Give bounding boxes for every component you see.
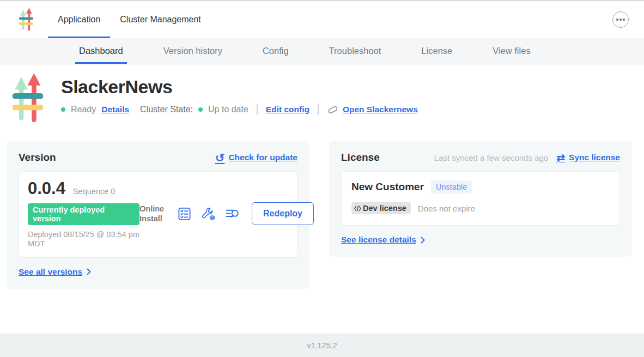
see-all-versions-label: See all versions [19,267,82,277]
current-version-panel: 0.0.4 Sequence 0 Currently deployed vers… [19,171,297,258]
top-nav: Application Cluster Management [0,0,644,38]
tab-view-files-label: View files [493,46,530,56]
license-card-header: License Last synced a few seconds ago ⇄ … [341,152,620,164]
ellipsis-icon [616,19,618,21]
dashboard-cards: Version ↺ Check for update 0.0.4 Sequenc… [7,141,632,289]
tab-cluster-management[interactable]: Cluster Management [110,1,211,38]
license-type-row: Dev license Does not expire [351,202,610,214]
slackernews-logo-icon [12,72,44,124]
tab-config[interactable]: Config [259,38,293,64]
open-app-link-label: Open Slackernews [343,105,418,114]
refresh-icon: ↺ [215,152,225,164]
details-link[interactable]: Details [101,105,129,114]
tab-troubleshoot-label: Troubleshoot [329,46,381,56]
version-info: 0.0.4 Sequence 0 Currently deployed vers… [28,179,139,249]
sequence-label: Sequence 0 [73,187,115,196]
admin-console-page: Application Cluster Management Dashboard… [0,0,644,289]
customer-row: New Customer Unstable [351,180,610,193]
app-status-text: Ready [71,105,96,114]
chevron-right-icon [87,268,91,275]
see-all-versions-link[interactable]: See all versions [19,267,91,277]
cluster-state-dot-icon [198,107,203,112]
license-type-badge: Dev license [351,202,411,214]
cluster-state-label: Cluster State: [140,105,193,114]
version-card-title: Version [19,152,56,164]
tab-application-label: Application [58,15,100,25]
version-number: 0.0.4 [28,179,65,198]
app-logo-icon [18,8,34,32]
divider [257,104,258,115]
chevron-right-icon [421,237,425,244]
see-license-details-label: See license details [341,235,416,245]
overflow-menu-button[interactable] [612,11,629,28]
divider [318,104,319,115]
tab-license[interactable]: License [417,38,456,64]
preflight-checks-icon[interactable] [177,207,192,221]
tab-config-label: Config [263,46,289,56]
sync-license-label: Sync license [569,153,620,162]
version-actions: Online Install [139,202,314,225]
license-card-title: License [341,152,380,164]
tab-application[interactable]: Application [48,1,110,38]
tab-troubleshoot[interactable]: Troubleshoot [325,38,385,64]
version-card: Version ↺ Check for update 0.0.4 Sequenc… [7,141,309,289]
app-sub-nav: Dashboard Version history Config Trouble… [0,38,644,64]
tab-dashboard[interactable]: Dashboard [75,38,127,64]
license-card-actions: Last synced a few seconds ago ⇄ Sync lic… [434,153,620,163]
version-card-actions: ↺ Check for update [215,152,297,164]
deployed-timestamp: Deployed 08/15/25 @ 03:54 pm MDT [28,230,139,249]
app-header-text: SlackerNews Ready Details Cluster State:… [61,72,418,124]
console-version: v1.125.2 [307,341,337,350]
app-header: SlackerNews Ready Details Cluster State:… [0,64,644,124]
see-license-details-link[interactable]: See license details [341,235,425,245]
app-status-row: Ready Details Cluster State: Up to date … [61,104,418,115]
tab-view-files[interactable]: View files [489,38,534,64]
app-title: SlackerNews [61,76,418,98]
tab-version-history[interactable]: Version history [160,38,226,64]
redeploy-button[interactable]: Redeploy [252,202,314,225]
tab-cluster-management-label: Cluster Management [120,15,201,25]
customer-name: New Customer [351,181,424,193]
edit-config-icon[interactable] [201,207,216,221]
version-number-row: 0.0.4 Sequence 0 [28,179,139,198]
version-card-header: Version ↺ Check for update [19,152,297,164]
check-for-update-link[interactable]: ↺ Check for update [215,152,297,164]
console-footer: v1.125.2 [0,334,644,357]
tab-license-label: License [421,46,452,56]
install-type-label: Online Install [139,204,168,223]
code-icon [354,205,361,211]
sync-icon: ⇄ [556,153,565,163]
sync-license-link[interactable]: ⇄ Sync license [556,153,620,163]
top-nav-tabs: Application Cluster Management [48,1,211,38]
app-status-dot-icon [61,107,65,112]
cluster-state-value: Up to date [208,105,248,114]
license-type-label: Dev license [363,204,406,213]
open-app-link[interactable]: Open Slackernews [327,105,418,114]
license-info-panel: New Customer Unstable Dev license Does n… [341,171,620,226]
tab-dashboard-label: Dashboard [79,46,123,56]
tab-version-history-label: Version history [163,46,222,56]
chain-link-icon [327,105,339,114]
channel-badge: Unstable [431,180,472,193]
license-card: License Last synced a few seconds ago ⇄ … [329,141,632,257]
view-deploy-logs-icon[interactable] [225,207,240,221]
license-expiry-text: Does not expire [418,204,475,213]
check-for-update-label: Check for update [228,153,297,162]
deployed-status-badge: Currently deployed version [28,203,139,225]
last-synced-text: Last synced a few seconds ago [434,153,548,162]
edit-config-link[interactable]: Edit config [266,105,309,114]
